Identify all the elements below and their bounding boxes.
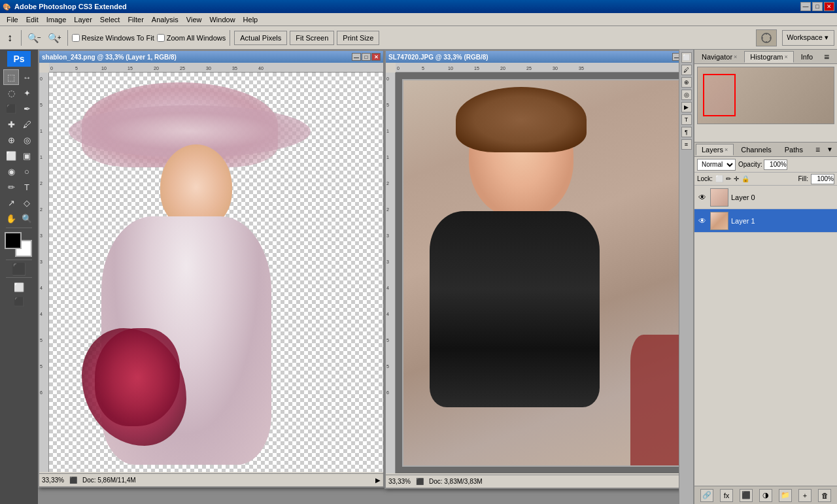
delete-layer-btn[interactable]: 🗑 [818, 489, 831, 502]
channels-tab[interactable]: Channels [735, 144, 777, 156]
zoom-plus-btn[interactable]: 🔍+ [46, 30, 63, 46]
layers-collapse-btn[interactable]: ▼ [824, 146, 836, 153]
close-btn[interactable]: ✕ [824, 2, 834, 11]
new-layer-btn[interactable]: + [798, 489, 811, 502]
navigator-tab-close[interactable]: × [734, 54, 737, 60]
path-sel-tool[interactable]: ↗ [3, 195, 19, 210]
lasso-tool[interactable]: ◌ [3, 85, 19, 101]
menu-analysis[interactable]: Analysis [148, 14, 182, 25]
shape-tool[interactable]: ◇ [19, 195, 35, 210]
actual-pixels-btn[interactable]: Actual Pixels [234, 31, 287, 45]
eyedropper-tool[interactable]: ✒ [19, 101, 35, 116]
zoom-minus-btn[interactable]: 🔍− [26, 30, 43, 46]
history-tool[interactable]: ◎ [19, 132, 35, 148]
fill-input[interactable] [811, 174, 834, 184]
info-tab[interactable]: Info [795, 51, 819, 63]
side-icon-6[interactable]: T [681, 114, 692, 125]
crop-tool[interactable]: ⬛ [3, 101, 19, 116]
foreground-color[interactable] [5, 232, 22, 249]
histogram-tab[interactable]: Histogram × [744, 51, 793, 63]
selection-tool[interactable]: ⬚ [3, 69, 19, 85]
pen-tool[interactable]: ✏ [3, 179, 19, 195]
gradient-tool[interactable]: ▣ [19, 148, 35, 163]
doc1-nav-icon[interactable]: ⬛ [69, 477, 77, 484]
doc1-title-bar[interactable]: shablon_243.png @ 33,3% (Layer 1, RGB/8)… [39, 51, 383, 63]
blend-mode-select[interactable]: Normal [697, 159, 736, 171]
navigator-tab[interactable]: Navigator × [696, 51, 743, 63]
lock-pixel-icon[interactable]: ⬜ [715, 175, 723, 182]
move-tool-btn[interactable]: ↕ [3, 30, 17, 46]
nav-viewport[interactable] [703, 74, 736, 116]
side-icon-4[interactable]: ◎ [681, 90, 692, 100]
lock-all-icon[interactable]: 🔒 [742, 175, 749, 182]
layers-tab[interactable]: Layers × [696, 144, 734, 156]
lock-move-icon[interactable]: ✛ [734, 175, 739, 182]
zoom-all-checkbox[interactable]: Zoom All Windows [157, 34, 226, 42]
menu-layer[interactable]: Layer [70, 14, 96, 25]
layer1-visibility[interactable]: 👁 [697, 216, 708, 226]
blur-tool[interactable]: ◉ [3, 163, 19, 179]
quick-mask-btn[interactable]: ⬛ [5, 263, 33, 276]
layers-tab-close[interactable]: × [725, 146, 728, 153]
layer-item-0[interactable]: 👁 Layer 0 [694, 186, 837, 209]
side-icon-3[interactable]: ⊕ [681, 77, 692, 88]
zoom-all-input[interactable] [157, 34, 165, 42]
new-group-btn[interactable]: 📁 [779, 489, 792, 502]
doc1-maximize[interactable]: □ [362, 53, 371, 61]
resize-windows-input[interactable] [72, 34, 80, 42]
workspace-btn[interactable]: Workspace ▾ [782, 30, 834, 46]
opacity-input[interactable] [764, 160, 787, 170]
panel-collapse-btn[interactable]: ▼ [833, 53, 837, 60]
panel-menu-btn[interactable]: ≡ [821, 52, 832, 62]
print-size-btn[interactable]: Print Size [337, 31, 379, 45]
layer0-visibility[interactable]: 👁 [697, 192, 708, 203]
paths-tab[interactable]: Paths [779, 144, 809, 156]
doc2-minimize[interactable]: — [672, 53, 679, 61]
minimize-btn[interactable]: — [800, 2, 811, 11]
screen-mode-btn[interactable]: ⬜ [5, 280, 33, 294]
zoom-tool[interactable]: 🔍 [19, 210, 35, 226]
menu-select[interactable]: Select [96, 14, 124, 25]
link-layers-btn[interactable]: 🔗 [700, 489, 713, 502]
histogram-tab-close[interactable]: × [784, 54, 787, 60]
layers-menu-btn[interactable]: ≡ [813, 145, 823, 154]
fit-screen-btn[interactable]: Fit Screen [290, 31, 334, 45]
maximize-btn[interactable]: □ [812, 2, 823, 11]
title-bar: 🎨 Adobe Photoshop CS3 Extended — □ ✕ [0, 0, 837, 13]
menu-edit[interactable]: Edit [22, 14, 43, 25]
menu-view[interactable]: View [182, 14, 206, 25]
type-tool[interactable]: T [19, 179, 35, 195]
doc1-minimize[interactable]: — [352, 53, 361, 61]
menu-help[interactable]: Help [239, 14, 262, 25]
side-icon-1[interactable]: ⬜ [681, 52, 692, 63]
magic-wand-tool[interactable]: ✦ [19, 85, 35, 101]
move-tool[interactable]: ↔ [19, 69, 35, 85]
hand-tool[interactable]: ✋ [3, 210, 19, 226]
menu-image[interactable]: Image [43, 14, 71, 25]
eraser-tool[interactable]: ⬜ [3, 148, 19, 163]
adjustment-layer-btn[interactable]: ◑ [759, 489, 772, 502]
clone-tool[interactable]: ⊕ [3, 132, 19, 148]
menu-window[interactable]: Window [205, 14, 239, 25]
brush-tool[interactable]: 🖊 [19, 116, 35, 132]
side-icon-5[interactable]: ▶ [681, 102, 692, 112]
doc1-scroll-right[interactable]: ▶ [375, 477, 381, 484]
layer-mask-btn[interactable]: ⬛ [740, 489, 753, 502]
lock-paint-icon[interactable]: ✏ [726, 175, 731, 182]
side-icon-2[interactable]: 🖊 [681, 65, 692, 75]
resize-windows-checkbox[interactable]: Resize Windows To Fit [72, 34, 154, 42]
doc2-title-bar[interactable]: SL747020.JPG @ 33,3% (RGB/8) — □ ✕ [386, 51, 679, 63]
menu-filter[interactable]: Filter [124, 14, 147, 25]
menu-file[interactable]: File [3, 14, 22, 25]
doc1-close[interactable]: ✕ [371, 53, 381, 61]
side-icon-8[interactable]: ≡ [681, 139, 692, 150]
layer-style-btn[interactable]: fx [720, 489, 733, 502]
options-icon[interactable] [756, 29, 777, 46]
healing-tool[interactable]: ✚ [3, 116, 19, 132]
layers-bottom: 🔗 fx ⬛ ◑ 📁 + 🗑 [694, 486, 837, 504]
doc2-nav-icon[interactable]: ⬛ [416, 478, 424, 485]
dodge-tool[interactable]: ○ [19, 163, 35, 179]
layer-item-1[interactable]: 👁 Layer 1 [694, 209, 837, 233]
full-screen-btn[interactable]: ⬛ [5, 295, 33, 308]
side-icon-7[interactable]: ¶ [681, 127, 692, 137]
